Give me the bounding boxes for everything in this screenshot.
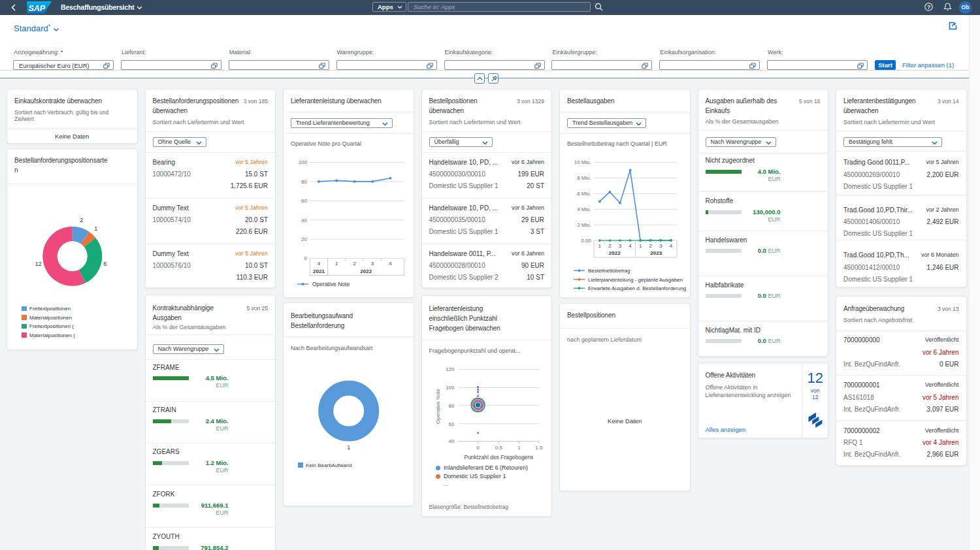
svg-text:1.5: 1.5 [535, 444, 543, 450]
svg-text:2: 2 [608, 243, 612, 249]
svg-text:2 Mio.: 2 Mio. [577, 222, 591, 228]
svg-text:2: 2 [353, 261, 356, 267]
svg-text:1: 1 [335, 261, 338, 267]
svg-text:1: 1 [517, 444, 521, 450]
svg-text:Punktzahl des Fragebogens: Punktzahl des Fragebogens [464, 454, 533, 461]
svg-text:40: 40 [448, 438, 454, 444]
svg-text:8 Mio.: 8 Mio. [577, 175, 591, 181]
svg-text:4 Mio.: 4 Mio. [577, 206, 591, 212]
svg-text:SAP: SAP [29, 4, 46, 13]
svg-text:Lieferplaneinteilung - geplant: Lieferplaneinteilung - geplante Ausgaben [588, 277, 683, 283]
svg-text:3: 3 [659, 243, 662, 249]
svg-text:2: 2 [80, 217, 83, 223]
svg-text:2022: 2022 [360, 268, 372, 274]
svg-text:4: 4 [389, 261, 392, 267]
svg-text:1: 1 [94, 225, 97, 232]
svg-text:6: 6 [103, 261, 106, 267]
svg-text:80: 80 [448, 402, 454, 408]
svg-text:1: 1 [347, 444, 350, 451]
svg-text:2022: 2022 [609, 250, 621, 256]
svg-text:60: 60 [448, 421, 454, 427]
svg-text:10 Mio.: 10 Mio. [574, 159, 591, 165]
svg-text:1: 1 [639, 243, 642, 249]
svg-text:Bestellnettobetrag: Bestellnettobetrag [588, 268, 630, 274]
svg-text:2023: 2023 [650, 250, 662, 256]
svg-text:100: 100 [446, 385, 455, 391]
svg-text:100: 100 [299, 159, 308, 165]
svg-text:?: ? [927, 4, 930, 10]
svg-text:6 Mio.: 6 Mio. [577, 191, 591, 197]
svg-text:Operative Note: Operative Note [435, 388, 441, 423]
svg-text:4: 4 [670, 243, 673, 249]
svg-text:2021: 2021 [313, 268, 325, 274]
svg-text:40: 40 [301, 218, 307, 223]
svg-text:0: 0 [304, 255, 308, 261]
svg-text:12: 12 [35, 261, 42, 267]
svg-text:20: 20 [301, 236, 307, 242]
svg-text:80: 80 [301, 179, 307, 185]
svg-text:0: 0 [476, 444, 480, 450]
svg-text:3: 3 [371, 261, 374, 267]
svg-text:0.00: 0.00 [581, 238, 591, 244]
svg-text:1: 1 [598, 243, 602, 249]
svg-text:Operative Note: Operative Note [312, 281, 350, 287]
svg-text:60: 60 [301, 198, 307, 204]
svg-text:4: 4 [318, 261, 321, 267]
svg-text:Erwartete Ausgaben d. Bestella: Erwartete Ausgaben d. Bestellanforderung [588, 285, 686, 291]
svg-text:4: 4 [629, 243, 632, 249]
svg-text:3: 3 [619, 243, 622, 249]
svg-text:2: 2 [649, 243, 653, 249]
svg-text:120: 120 [446, 366, 455, 372]
svg-text:0.5: 0.5 [495, 444, 502, 450]
